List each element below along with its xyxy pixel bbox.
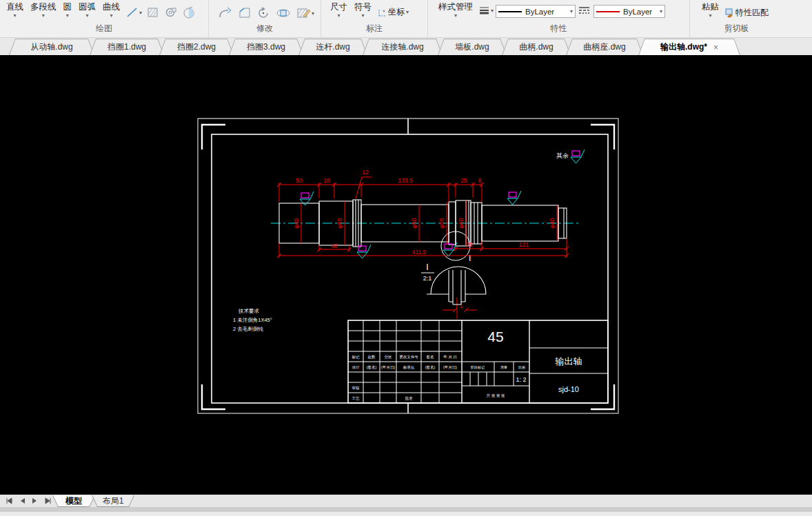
svg-text:分区: 分区 — [385, 355, 393, 359]
cad-application: 直线 ▾ 多段线 ▾ 圆 ▾ 圆弧 ▾ 曲线 ▾ — [0, 0, 812, 516]
tab-file-0[interactable]: 从动轴.dwg — [9, 39, 94, 55]
coordinate-icon — [377, 7, 388, 18]
svg-text:(签名): (签名) — [367, 365, 377, 370]
svg-text:质量: 质量 — [500, 365, 507, 369]
chevron-down-icon: ▾ — [361, 13, 364, 18]
svg-text:签名: 签名 — [427, 355, 434, 360]
group-label-draw: 绘图 — [0, 23, 208, 34]
close-icon[interactable]: × — [713, 43, 718, 52]
svg-text:标记: 标记 — [352, 355, 361, 360]
svg-text:批准: 批准 — [405, 396, 414, 401]
tab-file-5[interactable]: 连接轴.dwg — [363, 39, 443, 55]
linetype-select[interactable]: ByLayer ▾ — [593, 5, 665, 18]
ribbon-group-annotate: 尺寸 ▾ 符号 ▾ 坐标 ▾ 标注 — [321, 0, 428, 38]
symbol-button[interactable]: 符号 ▾ — [351, 1, 375, 19]
dim-text: 18 — [323, 177, 330, 184]
match-properties-button[interactable]: 特性匹配 — [722, 7, 771, 19]
linetype-button[interactable] — [576, 4, 593, 17]
tab-file-2[interactable]: 挡圈2.dwg — [159, 39, 234, 55]
ribbon-group-properties: 样式管理 ▾ ▾ ByLayer ▾ — [428, 0, 690, 38]
rotate-button[interactable] — [254, 5, 274, 21]
line-button[interactable]: 直线 ▾ — [3, 1, 27, 19]
ribbon-group-draw: 直线 ▾ 多段线 ▾ 圆 ▾ 圆弧 ▾ 曲线 ▾ — [0, 0, 209, 38]
tab-file-8[interactable]: 曲柄座.dwg — [566, 39, 643, 55]
layout-tab-bar: 模型 布局1 — [0, 495, 812, 507]
prev-tab-icon[interactable] — [19, 497, 26, 504]
dimension-lines — [277, 177, 569, 319]
status-strip-lower — [0, 512, 812, 516]
file-tab-bar: 从动轴.dwg 挡圈1.dwg 挡圈2.dwg 挡圈3.dwg 连杆.dwg 连… — [0, 38, 812, 55]
tab-file-7[interactable]: 曲柄.dwg — [502, 39, 571, 55]
chevron-down-icon: ▾ — [42, 13, 45, 18]
next-tab-icon[interactable] — [32, 497, 38, 504]
material-label: 45 — [487, 329, 503, 344]
first-tab-icon[interactable] — [6, 497, 13, 504]
dim-text: 40 — [331, 242, 338, 249]
svg-text:工艺: 工艺 — [352, 396, 361, 400]
ribbon-group-modify: ▾ 修改 — [209, 0, 321, 38]
tab-file-3[interactable]: 挡圈3.dwg — [229, 39, 303, 55]
hatch-icon — [146, 6, 160, 19]
lineweight-button[interactable]: ▾ — [476, 4, 496, 17]
match-properties-icon — [724, 8, 735, 18]
detail-mark-label: I — [469, 254, 471, 263]
hatch-button[interactable] — [144, 5, 162, 20]
drawing-canvas[interactable]: I 50 18 12 133.5 25 8 40 35 121 411.5 — [0, 55, 812, 495]
fillet-icon — [218, 6, 233, 20]
dim-text: 12 — [362, 169, 369, 176]
detail-view — [427, 267, 486, 305]
chevron-down-icon: ▾ — [66, 13, 69, 18]
diameter-text: φ60 — [458, 218, 465, 228]
linetype-value: ByLayer — [623, 8, 652, 16]
orbit-button[interactable] — [274, 5, 294, 21]
gradient-button[interactable] — [180, 5, 198, 20]
fillet-button[interactable] — [216, 5, 235, 21]
tab-model[interactable]: 模型 — [52, 495, 95, 507]
region-button[interactable] — [162, 5, 180, 20]
edit-hatch-button[interactable]: ▾ — [294, 5, 316, 21]
arc-button[interactable]: 圆弧 ▾ — [75, 1, 99, 19]
group-label-modify: 修改 — [209, 23, 321, 34]
dim-text: 121 — [519, 241, 529, 248]
spline-button[interactable]: ▾ — [123, 5, 144, 20]
svg-text:(年月日): (年月日) — [381, 365, 395, 370]
ribbon-group-clipboard: 粘贴 ▾ 特性匹配 剪切板 — [690, 0, 783, 38]
dim-text: 25 — [460, 177, 467, 184]
region-icon — [164, 6, 178, 19]
polyline-button[interactable]: 多段线 ▾ — [27, 1, 60, 19]
ribbon-toolbar: 直线 ▾ 多段线 ▾ 圆 ▾ 圆弧 ▾ 曲线 ▾ — [0, 0, 812, 38]
last-tab-icon[interactable] — [44, 497, 52, 504]
line-label: 直线 — [6, 1, 23, 13]
dimension-texts: 50 18 12 133.5 25 8 40 35 121 411.5 1 φ4… — [293, 169, 556, 309]
svg-text:2 去毛刺倒钝: 2 去毛刺倒钝 — [233, 326, 263, 332]
svg-text:1 未注倒角1X45°: 1 未注倒角1X45° — [233, 317, 272, 323]
tab-file-1[interactable]: 挡圈1.dwg — [90, 39, 164, 55]
style-manager-button[interactable]: 样式管理 ▾ — [435, 1, 476, 19]
paste-button[interactable]: 粘贴 ▾ — [698, 1, 722, 19]
gradient-icon — [182, 6, 196, 19]
svg-text:阶段标记: 阶段标记 — [471, 365, 485, 370]
group-label-properties: 特性 — [428, 23, 689, 34]
circle-button[interactable]: 圆 ▾ — [60, 1, 76, 19]
chamfer-icon — [237, 6, 252, 20]
lineweight-icon — [478, 6, 491, 15]
dimension-button[interactable]: 尺寸 ▾ — [327, 1, 351, 19]
dim-text: 411.5 — [412, 249, 427, 256]
chamfer-button[interactable] — [235, 5, 254, 21]
svg-text:共 张 第 张: 共 张 第 张 — [486, 393, 505, 398]
coordinate-button[interactable]: 坐标 ▾ — [375, 6, 411, 18]
tab-file-4[interactable]: 连杆.dwg — [298, 39, 367, 55]
drawing-area[interactable]: I 50 18 12 133.5 25 8 40 35 121 411.5 — [0, 55, 812, 495]
tab-file-active[interactable]: 输出轴.dwg* × — [638, 39, 740, 55]
color-select[interactable]: ByLayer ▾ — [496, 5, 576, 18]
tab-layout1[interactable]: 布局1 — [92, 495, 134, 507]
curve-button[interactable]: 曲线 ▾ — [99, 1, 123, 19]
chevron-down-icon: ▾ — [139, 10, 142, 15]
svg-text:标准化: 标准化 — [403, 365, 415, 370]
group-label-annotate: 标注 — [321, 23, 427, 34]
chevron-down-icon: ▾ — [491, 8, 494, 13]
tab-file-6[interactable]: 墙板.dwg — [438, 39, 507, 55]
svg-text:审核: 审核 — [352, 386, 361, 390]
technical-notes: 技术要求 1 未注倒角1X45° 2 去毛刺倒钝 — [233, 308, 272, 332]
chevron-down-icon: ▾ — [312, 11, 314, 16]
